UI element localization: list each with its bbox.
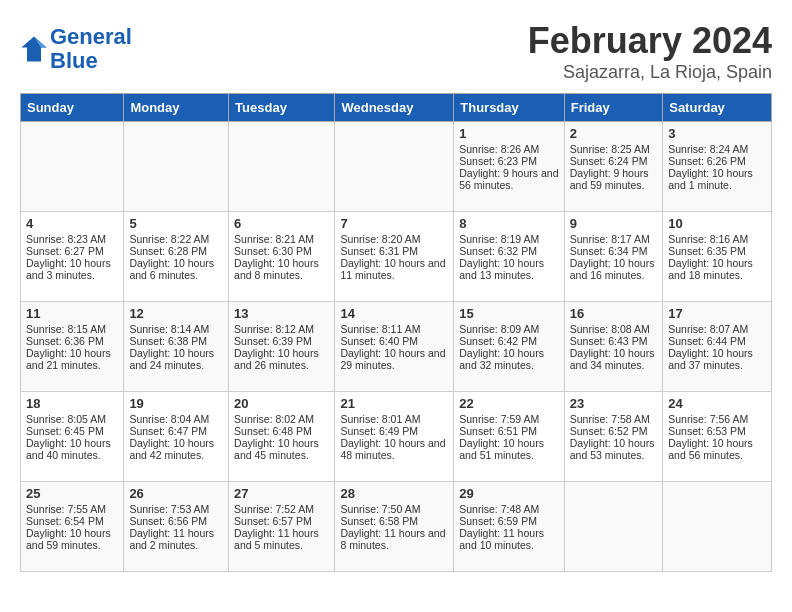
sunrise-text: Sunrise: 8:09 AM (459, 323, 539, 335)
sunset-text: Sunset: 6:52 PM (570, 425, 648, 437)
day-number: 17 (668, 306, 766, 321)
weekday-header: Thursday (454, 94, 565, 122)
daylight-text: Daylight: 10 hours and 42 minutes. (129, 437, 214, 461)
day-number: 6 (234, 216, 329, 231)
daylight-text: Daylight: 10 hours and 32 minutes. (459, 347, 544, 371)
sunset-text: Sunset: 6:56 PM (129, 515, 207, 527)
sunrise-text: Sunrise: 8:11 AM (340, 323, 420, 335)
sunrise-text: Sunrise: 7:55 AM (26, 503, 106, 515)
day-number: 18 (26, 396, 118, 411)
weekday-header: Monday (124, 94, 229, 122)
daylight-text: Daylight: 10 hours and 59 minutes. (26, 527, 111, 551)
sunset-text: Sunset: 6:47 PM (129, 425, 207, 437)
daylight-text: Daylight: 10 hours and 24 minutes. (129, 347, 214, 371)
sunset-text: Sunset: 6:31 PM (340, 245, 418, 257)
calendar-week-row: 4Sunrise: 8:23 AMSunset: 6:27 PMDaylight… (21, 212, 772, 302)
calendar-cell (564, 482, 662, 572)
calendar-cell: 25Sunrise: 7:55 AMSunset: 6:54 PMDayligh… (21, 482, 124, 572)
sunrise-text: Sunrise: 8:01 AM (340, 413, 420, 425)
calendar-cell: 1Sunrise: 8:26 AMSunset: 6:23 PMDaylight… (454, 122, 565, 212)
sunset-text: Sunset: 6:32 PM (459, 245, 537, 257)
day-number: 20 (234, 396, 329, 411)
calendar-cell: 7Sunrise: 8:20 AMSunset: 6:31 PMDaylight… (335, 212, 454, 302)
sunset-text: Sunset: 6:35 PM (668, 245, 746, 257)
day-number: 4 (26, 216, 118, 231)
sunset-text: Sunset: 6:44 PM (668, 335, 746, 347)
sunset-text: Sunset: 6:45 PM (26, 425, 104, 437)
day-number: 3 (668, 126, 766, 141)
sunrise-text: Sunrise: 8:07 AM (668, 323, 748, 335)
calendar-cell: 20Sunrise: 8:02 AMSunset: 6:48 PMDayligh… (229, 392, 335, 482)
calendar-week-row: 1Sunrise: 8:26 AMSunset: 6:23 PMDaylight… (21, 122, 772, 212)
sunset-text: Sunset: 6:48 PM (234, 425, 312, 437)
sunrise-text: Sunrise: 8:22 AM (129, 233, 209, 245)
sunrise-text: Sunrise: 7:50 AM (340, 503, 420, 515)
calendar-cell: 11Sunrise: 8:15 AMSunset: 6:36 PMDayligh… (21, 302, 124, 392)
daylight-text: Daylight: 10 hours and 11 minutes. (340, 257, 445, 281)
day-number: 19 (129, 396, 223, 411)
day-number: 14 (340, 306, 448, 321)
daylight-text: Daylight: 10 hours and 21 minutes. (26, 347, 111, 371)
sunrise-text: Sunrise: 8:20 AM (340, 233, 420, 245)
day-number: 27 (234, 486, 329, 501)
daylight-text: Daylight: 10 hours and 18 minutes. (668, 257, 753, 281)
day-number: 9 (570, 216, 657, 231)
calendar-cell: 23Sunrise: 7:58 AMSunset: 6:52 PMDayligh… (564, 392, 662, 482)
day-number: 22 (459, 396, 559, 411)
calendar-cell (663, 482, 772, 572)
calendar-cell: 13Sunrise: 8:12 AMSunset: 6:39 PMDayligh… (229, 302, 335, 392)
calendar-cell: 22Sunrise: 7:59 AMSunset: 6:51 PMDayligh… (454, 392, 565, 482)
sunrise-text: Sunrise: 8:04 AM (129, 413, 209, 425)
weekday-header-row: SundayMondayTuesdayWednesdayThursdayFrid… (21, 94, 772, 122)
calendar-cell: 26Sunrise: 7:53 AMSunset: 6:56 PMDayligh… (124, 482, 229, 572)
sunset-text: Sunset: 6:36 PM (26, 335, 104, 347)
day-number: 8 (459, 216, 559, 231)
daylight-text: Daylight: 11 hours and 2 minutes. (129, 527, 214, 551)
logo: GeneralBlue (20, 25, 132, 73)
weekday-header: Wednesday (335, 94, 454, 122)
sunrise-text: Sunrise: 8:21 AM (234, 233, 314, 245)
day-number: 2 (570, 126, 657, 141)
day-number: 25 (26, 486, 118, 501)
sunset-text: Sunset: 6:40 PM (340, 335, 418, 347)
daylight-text: Daylight: 10 hours and 29 minutes. (340, 347, 445, 371)
calendar-cell: 27Sunrise: 7:52 AMSunset: 6:57 PMDayligh… (229, 482, 335, 572)
day-number: 12 (129, 306, 223, 321)
sunrise-text: Sunrise: 8:19 AM (459, 233, 539, 245)
sunset-text: Sunset: 6:38 PM (129, 335, 207, 347)
sunrise-text: Sunrise: 8:12 AM (234, 323, 314, 335)
calendar-cell: 8Sunrise: 8:19 AMSunset: 6:32 PMDaylight… (454, 212, 565, 302)
sunrise-text: Sunrise: 8:25 AM (570, 143, 650, 155)
weekday-header: Tuesday (229, 94, 335, 122)
sunrise-text: Sunrise: 7:59 AM (459, 413, 539, 425)
svg-marker-0 (21, 37, 46, 62)
calendar-body: 1Sunrise: 8:26 AMSunset: 6:23 PMDaylight… (21, 122, 772, 572)
sunrise-text: Sunrise: 8:15 AM (26, 323, 106, 335)
sunrise-text: Sunrise: 8:23 AM (26, 233, 106, 245)
calendar-cell: 29Sunrise: 7:48 AMSunset: 6:59 PMDayligh… (454, 482, 565, 572)
main-title: February 2024 (528, 20, 772, 62)
daylight-text: Daylight: 9 hours and 59 minutes. (570, 167, 649, 191)
sunrise-text: Sunrise: 7:53 AM (129, 503, 209, 515)
calendar-cell: 9Sunrise: 8:17 AMSunset: 6:34 PMDaylight… (564, 212, 662, 302)
sunrise-text: Sunrise: 7:58 AM (570, 413, 650, 425)
sunrise-text: Sunrise: 7:56 AM (668, 413, 748, 425)
daylight-text: Daylight: 10 hours and 40 minutes. (26, 437, 111, 461)
daylight-text: Daylight: 11 hours and 5 minutes. (234, 527, 319, 551)
sunset-text: Sunset: 6:43 PM (570, 335, 648, 347)
sunset-text: Sunset: 6:27 PM (26, 245, 104, 257)
calendar-cell: 4Sunrise: 8:23 AMSunset: 6:27 PMDaylight… (21, 212, 124, 302)
calendar-cell: 18Sunrise: 8:05 AMSunset: 6:45 PMDayligh… (21, 392, 124, 482)
daylight-text: Daylight: 10 hours and 51 minutes. (459, 437, 544, 461)
calendar-cell: 14Sunrise: 8:11 AMSunset: 6:40 PMDayligh… (335, 302, 454, 392)
daylight-text: Daylight: 10 hours and 34 minutes. (570, 347, 655, 371)
day-number: 26 (129, 486, 223, 501)
calendar-table: SundayMondayTuesdayWednesdayThursdayFrid… (20, 93, 772, 572)
day-number: 21 (340, 396, 448, 411)
calendar-week-row: 11Sunrise: 8:15 AMSunset: 6:36 PMDayligh… (21, 302, 772, 392)
sunset-text: Sunset: 6:59 PM (459, 515, 537, 527)
day-number: 5 (129, 216, 223, 231)
sunset-text: Sunset: 6:53 PM (668, 425, 746, 437)
day-number: 11 (26, 306, 118, 321)
weekday-header: Sunday (21, 94, 124, 122)
